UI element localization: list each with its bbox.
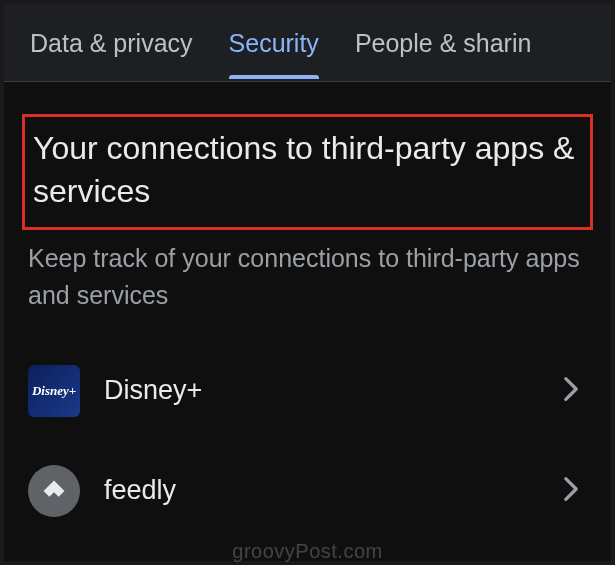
section-title-highlight: Your connections to third-party apps & s…	[22, 114, 593, 230]
app-name-label: Disney+	[104, 375, 539, 406]
tab-data-privacy[interactable]: Data & privacy	[12, 9, 211, 76]
content-area: Your connections to third-party apps & s…	[4, 82, 611, 541]
app-row-disney[interactable]: Disney+ Disney+	[22, 341, 593, 441]
app-list: Disney+ Disney+ feedly	[22, 341, 593, 541]
chevron-right-icon	[563, 476, 579, 506]
chevron-right-icon	[563, 376, 579, 406]
section-title: Your connections to third-party apps & s…	[33, 127, 582, 213]
feedly-icon	[28, 465, 80, 517]
tab-security[interactable]: Security	[211, 9, 337, 76]
disney-plus-icon: Disney+	[28, 365, 80, 417]
tabs-bar: Data & privacy Security People & sharin	[4, 4, 611, 82]
app-name-label: feedly	[104, 475, 539, 506]
section-description: Keep track of your connections to third-…	[22, 240, 593, 341]
tab-people-sharing[interactable]: People & sharin	[337, 9, 550, 76]
app-row-feedly[interactable]: feedly	[22, 441, 593, 541]
watermark: groovyPost.com	[232, 540, 382, 563]
